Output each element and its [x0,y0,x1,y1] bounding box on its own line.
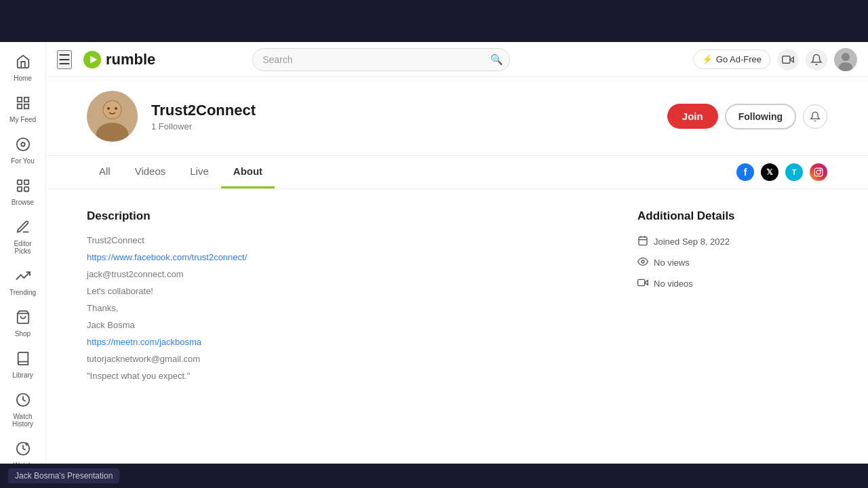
sidebar-item-watchhistory-label: Watch History [7,413,39,428]
bottom-bar: Jack Bosma's Presentation [0,464,868,488]
description-section: Description Trust2Connect https://www.fa… [87,209,610,388]
desc-line-0: Trust2Connect [87,235,610,245]
svg-marker-36 [645,281,648,285]
svg-rect-18 [783,56,790,63]
logo-text: rumble [106,51,155,68]
header-right: ⚡ Go Ad-Free [693,48,857,71]
tab-about[interactable]: About [221,156,275,188]
avatar-image [87,91,138,142]
notification-bell-button[interactable] [806,49,827,70]
app-wrapper: Home My Feed For You Browse [0,0,868,488]
svg-rect-3 [24,104,28,108]
profile-name: Trust2Connect [151,102,256,119]
svg-point-5 [21,142,25,146]
home-icon [16,54,31,73]
following-button[interactable]: Following [725,104,796,129]
editorpicks-icon [16,220,31,238]
videos-icon [637,277,648,290]
detail-videos: No videos [637,277,827,290]
desc-line-2: jack@trust2connect.com [87,269,610,279]
sidebar-item-foryou-label: For You [11,157,34,165]
tab-live[interactable]: Live [178,156,221,188]
detail-joined: Joined Sep 8, 2022 [637,235,827,248]
sidebar-item-shop[interactable]: Shop [3,304,43,343]
user-avatar[interactable] [834,48,857,71]
sidebar-item-library[interactable]: Library [3,346,43,384]
joined-date: Joined Sep 8, 2022 [654,237,730,247]
svg-rect-8 [17,187,21,191]
social-icons: f 𝕏 T [736,163,827,181]
rumble-logo-icon [83,50,102,69]
body-area: Home My Feed For You Browse [0,42,868,464]
desc-line-4: Thanks, [87,303,610,313]
desc-line-7: tutorjacknetwork@gmail.com [87,354,610,364]
watchhistory-icon [16,392,31,411]
sidebar-item-browse[interactable]: Browse [3,173,43,211]
profile-followers: 1 Follower [151,121,256,131]
sidebar-item-home[interactable]: Home [3,49,43,87]
sidebar-item-watchhistory[interactable]: Watch History [3,387,43,433]
sidebar-item-editorpicks-label: Editor Picks [7,240,39,255]
about-content: Description Trust2Connect https://www.fa… [46,189,868,408]
video-icon-button[interactable] [777,49,799,70]
svg-point-30 [821,169,821,170]
sidebar-item-foryou[interactable]: For You [3,131,43,170]
hamburger-button[interactable]: ☰ [57,50,72,69]
desc-line-3: Let's collaborate! [87,286,610,296]
search-icon: 🔍 [490,54,503,66]
go-ad-free-button[interactable]: ⚡ Go Ad-Free [693,49,770,69]
profile-tabs: All Videos Live About f 𝕏 T [46,156,868,189]
svg-rect-0 [17,98,21,102]
desc-line-1[interactable]: https://www.facebook.com/trust2connect/ [87,252,610,262]
svg-rect-6 [17,180,21,184]
views-count: No views [654,258,690,268]
sidebar-item-myfeed[interactable]: My Feed [3,90,43,129]
search-bar: 🔍 [252,48,510,71]
tab-videos[interactable]: Videos [123,156,178,188]
details-title: Additional Details [637,209,827,223]
facebook-icon[interactable]: f [736,163,754,181]
details-section: Additional Details Joined Sep 8, 2022 No… [637,209,827,388]
main-content: ☰ rumble 🔍 ⚡ Go Ad-Free [46,42,868,464]
videos-count: No videos [654,279,693,289]
svg-point-26 [107,107,110,110]
sidebar-item-watchlater[interactable]: Watch Later [3,436,43,464]
tab-all[interactable]: All [87,156,123,188]
profile-info: Trust2Connect 1 Follower [151,102,256,131]
sidebar-item-editorpicks[interactable]: Editor Picks [3,214,43,260]
sidebar-item-shop-label: Shop [15,330,31,338]
lightning-icon: ⚡ [702,54,713,64]
shop-icon [16,310,31,328]
twitter-x-icon[interactable]: 𝕏 [761,163,778,181]
desc-line-6[interactable]: https://meetn.com/jackbosma [87,337,610,347]
svg-point-29 [816,170,821,174]
svg-marker-17 [790,57,793,62]
truth-social-icon[interactable]: T [785,163,803,181]
instagram-icon[interactable] [810,163,827,181]
search-input[interactable] [252,48,510,71]
views-icon [637,256,648,269]
logo: rumble [83,50,155,69]
bottom-label: Jack Bosma's Presentation [8,468,119,483]
svg-rect-31 [639,237,647,245]
svg-point-4 [16,138,28,150]
svg-rect-1 [24,98,28,102]
profile-header: Trust2Connect 1 Follower Join Following [46,77,868,156]
sidebar-item-trending-label: Trending [9,289,36,296]
detail-views: No views [637,256,827,269]
svg-point-27 [115,107,117,110]
header: ☰ rumble 🔍 ⚡ Go Ad-Free [46,42,868,77]
sidebar-item-trending[interactable]: Trending [3,263,43,302]
profile-actions: Join Following [667,104,827,129]
sidebar-item-library-label: Library [12,371,33,379]
svg-rect-28 [814,168,823,176]
tabs-left: All Videos Live About [87,156,275,188]
top-bar [0,0,868,42]
sidebar-item-browse-label: Browse [12,199,34,206]
join-button[interactable]: Join [667,104,718,129]
profile-notification-bell[interactable] [803,104,827,129]
foryou-icon [16,137,31,155]
svg-rect-7 [24,180,28,184]
library-icon [16,351,31,369]
desc-line-5: Jack Bosma [87,320,610,330]
